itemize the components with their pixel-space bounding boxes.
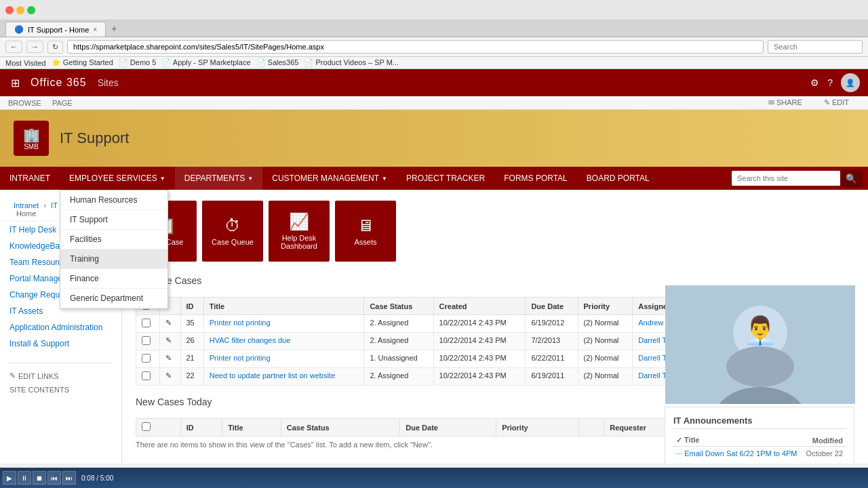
row4-edit-icon[interactable]: ✎	[165, 371, 172, 380]
window-maximize-button[interactable]	[27, 6, 35, 14]
tile-assets[interactable]: 🖥 Assets	[335, 201, 396, 262]
content-area: 📋 New Case ⏱ Case Queue 📈 Help Desk Dash…	[122, 190, 868, 464]
breadcrumb-intranet[interactable]: Intranet	[14, 201, 39, 209]
dropdown-facilities[interactable]: Facilities	[60, 230, 167, 249]
nav-intranet[interactable]: INTRANET	[0, 167, 60, 190]
dropdown-training[interactable]: Training	[60, 249, 167, 269]
site-logo: 🏢 SMB	[14, 121, 49, 156]
url-input[interactable]	[67, 40, 764, 54]
waffle-menu-button[interactable]: ⊞	[8, 74, 22, 92]
taskbar-next-button[interactable]: ⏭	[62, 471, 76, 485]
col-title: Title	[203, 298, 364, 315]
breadcrumb-home: Home	[16, 209, 36, 218]
row1-priority: (2) Normal	[578, 315, 633, 333]
page-button[interactable]: PAGE	[52, 99, 73, 107]
announcement-link[interactable]: Email Down Sat 6/22 1PM to 4PM	[684, 449, 797, 458]
address-bar: ← → ↻	[0, 37, 868, 57]
most-visited-bookmark[interactable]: Most Visited	[5, 59, 46, 67]
taskbar-pause-button[interactable]: ⏸	[18, 471, 31, 485]
tab-close-button[interactable]: ×	[93, 26, 97, 33]
row4-title-link[interactable]: Need to update partner list on website	[210, 371, 335, 380]
taskbar-stop-button[interactable]: ⏹	[33, 471, 46, 485]
nav-project-tracker[interactable]: PROJECT TRACKER	[397, 167, 494, 190]
row1-checkbox	[136, 315, 160, 333]
nav-search-button[interactable]: 🔍	[840, 170, 863, 187]
row1-title-link[interactable]: Printer not printing	[210, 319, 271, 327]
nav-employee-services-arrow: ▼	[160, 176, 165, 182]
nav-search-area: 🔍	[726, 170, 868, 187]
announcements-title: IT Announcements	[673, 415, 846, 429]
row3-check[interactable]	[142, 354, 151, 363]
row2-check[interactable]	[142, 336, 151, 345]
demo5-bookmark[interactable]: 📄 Demo 5	[119, 58, 157, 67]
sales365-bookmark[interactable]: 📄 Sales365	[256, 58, 299, 67]
user-avatar[interactable]: 👤	[841, 73, 860, 92]
share-button[interactable]: ✉ SHARE	[768, 98, 802, 107]
tab-title: IT Support - Home	[28, 26, 89, 34]
browse-button[interactable]: BROWSE	[8, 99, 41, 107]
row4-id: 22	[180, 368, 203, 386]
refresh-button[interactable]: ↻	[47, 41, 63, 54]
dropdown-it-support[interactable]: IT Support	[60, 210, 167, 230]
taskbar-time-display: 0:08 / 5:00	[81, 474, 113, 482]
row4-check[interactable]	[142, 371, 151, 380]
window-minimize-button[interactable]	[16, 6, 24, 14]
row1-due: 6/19/2012	[526, 315, 578, 333]
sidebar-item-install-support[interactable]: Install & Support	[0, 336, 121, 352]
edit-links-action[interactable]: ✎ EDIT LINKS	[0, 369, 121, 383]
apply-bookmark[interactable]: 📄 Apply - SP Marketplace	[161, 58, 250, 67]
site-title: IT Support	[60, 129, 129, 147]
edit-button[interactable]: ✎ EDIT	[824, 98, 849, 107]
taskbar-prev-button[interactable]: ⏮	[47, 471, 61, 485]
nav-employee-services[interactable]: EMPLOYEE SERVICES ▼	[60, 167, 175, 190]
taskbar-play-button[interactable]: ▶	[3, 471, 16, 485]
new-cases-select-all[interactable]	[142, 422, 151, 431]
nav-departments[interactable]: DEPARTMENTS ▼	[175, 167, 263, 190]
dropdown-finance[interactable]: Finance	[60, 269, 167, 289]
tile-help-desk-label: Help Desk Dashboard	[269, 234, 330, 250]
sidebar-item-application-admin[interactable]: Application Administration	[0, 319, 121, 336]
tab-bar: 🔵 IT Support - Home × +	[0, 20, 868, 37]
announcement-title-cell[interactable]: ··· Email Down Sat 6/22 1PM to 4PM	[673, 447, 802, 461]
row1-title: Printer not printing	[203, 315, 364, 333]
row3-title-link[interactable]: Printer not printing	[210, 354, 271, 362]
row2-edit-icon[interactable]: ✎	[165, 336, 172, 344]
getting-started-bookmark[interactable]: ⭐ Getting Started	[52, 58, 113, 67]
tile-case-queue[interactable]: ⏱ Case Queue	[202, 201, 263, 262]
o365-logo: Office 365	[31, 77, 87, 89]
forward-button[interactable]: →	[26, 41, 43, 53]
nav-board-portal[interactable]: BOARD PORTAL	[577, 167, 659, 190]
help-desk-icon: 📈	[289, 212, 309, 231]
tile-help-desk-dashboard[interactable]: 📈 Help Desk Dashboard	[269, 201, 330, 262]
logo-text: SMB	[24, 143, 39, 150]
row1-edit-icon[interactable]: ✎	[165, 319, 172, 327]
svg-point-3	[726, 346, 794, 387]
nav-customer-management[interactable]: CUSTOMER MANAGEMENT ▼	[262, 167, 397, 190]
logo-icon: 🏢	[23, 127, 40, 143]
active-tab[interactable]: 🔵 IT Support - Home ×	[5, 22, 106, 37]
window-close-button[interactable]	[5, 6, 14, 14]
nav-departments-arrow: ▼	[248, 176, 253, 182]
product-videos-bookmark[interactable]: 📄 Product Videos – SP M...	[304, 58, 399, 67]
browser-search-input[interactable]	[768, 40, 863, 54]
new-col-due: Due Date	[400, 419, 496, 436]
new-tab-button[interactable]: +	[106, 20, 122, 37]
row2-title-link[interactable]: HVAC filter changes due	[210, 336, 291, 344]
nav-search-input[interactable]	[732, 171, 840, 186]
col-created: Created	[433, 298, 526, 315]
help-icon[interactable]: ?	[827, 77, 833, 88]
o365-sites-link[interactable]: Sites	[98, 77, 119, 88]
dropdown-generic-department[interactable]: Generic Department	[60, 289, 167, 308]
settings-icon[interactable]: ⚙	[810, 77, 819, 88]
site-contents-action[interactable]: SITE CONTENTS	[0, 383, 121, 396]
row1-check[interactable]	[142, 319, 151, 327]
assets-icon: 🖥	[357, 216, 374, 235]
ann-item-dots: ···	[676, 449, 682, 458]
dropdown-human-resources[interactable]: Human Resources	[60, 190, 167, 210]
edit-icon: ✎	[9, 371, 16, 380]
row3-edit-icon[interactable]: ✎	[165, 354, 172, 362]
back-button[interactable]: ←	[5, 41, 22, 53]
tile-case-queue-label: Case Queue	[212, 238, 254, 246]
nav-forms-portal[interactable]: FORMS PORTAL	[494, 167, 577, 190]
nav-customer-management-arrow: ▼	[382, 176, 387, 182]
